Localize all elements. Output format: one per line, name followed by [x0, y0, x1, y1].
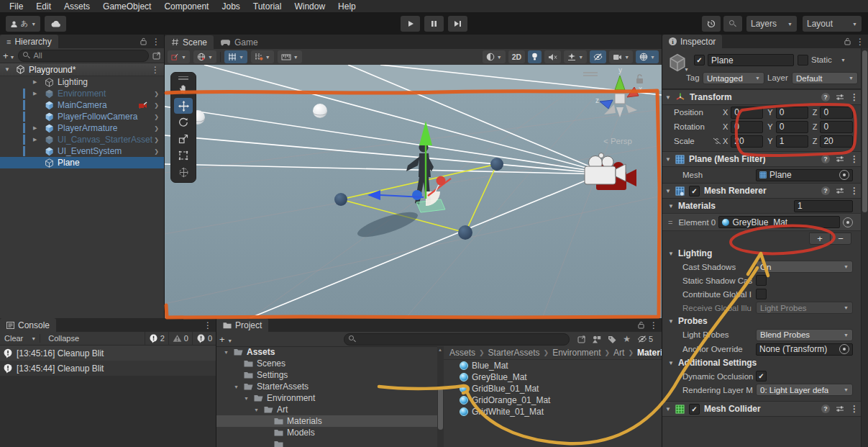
scene-foldout-icon[interactable]: ▼	[4, 66, 10, 73]
project-menu-icon[interactable]: ⋮	[649, 321, 658, 330]
open-window-icon[interactable]	[152, 52, 161, 60]
link-constraint-icon[interactable]	[713, 137, 721, 145]
snap-increment-dropdown[interactable]: ▼	[251, 50, 274, 63]
mesh-object-field[interactable]: Plane	[756, 169, 853, 181]
lock-icon[interactable]	[638, 321, 644, 329]
hierarchy-item-lighting[interactable]: ▶ Lighting	[0, 76, 164, 88]
cloud-button[interactable]	[45, 16, 66, 32]
hierarchy-menu-icon[interactable]: ⋮	[152, 37, 160, 46]
scene-visibility-toggle[interactable]	[590, 50, 606, 63]
perspective-label[interactable]: < Persp	[603, 137, 632, 145]
prefab-arrow-icon[interactable]: ❯	[154, 91, 159, 97]
position-z-field[interactable]: 0	[820, 107, 853, 119]
transform-header[interactable]: ▼ Transform ? ⋮	[662, 89, 862, 105]
help-icon[interactable]: ?	[821, 93, 830, 101]
component-menu-icon[interactable]: ⋮	[850, 405, 859, 413]
expander-icon[interactable]: ▶	[33, 125, 37, 131]
move-tool-button[interactable]	[174, 98, 193, 114]
foldout-icon[interactable]: ▼	[665, 156, 671, 163]
dynamic-occlusion-checkbox[interactable]: ✓	[756, 371, 767, 381]
scene-effects-dropdown[interactable]: ▼	[564, 50, 587, 63]
search-button[interactable]	[723, 16, 742, 32]
breadcrumb-starterassets[interactable]: StarterAssets	[488, 348, 540, 358]
file-item-gridorangemat[interactable]: GridOrange_01_Mat	[444, 394, 662, 406]
add-material-button[interactable]: +	[810, 233, 830, 244]
2d-toggle-button[interactable]: 2D	[508, 50, 525, 63]
static-shadow-checkbox[interactable]	[756, 275, 767, 286]
hierarchy-item-playerfollowcamera[interactable]: PlayerFollowCamera ❯	[0, 111, 164, 122]
static-caret-icon[interactable]: ▼	[841, 58, 846, 63]
breadcrumb-assets[interactable]: Assets	[449, 348, 475, 358]
remove-material-button[interactable]: −	[830, 233, 851, 244]
rotation-x-field[interactable]: 0	[731, 121, 763, 133]
help-icon[interactable]: ?	[821, 405, 830, 413]
tab-inspector[interactable]: i Inspector	[662, 35, 722, 48]
contribute-gi-checkbox[interactable]	[756, 289, 767, 299]
breadcrumb-environment[interactable]: Environment	[552, 348, 600, 358]
tree-item-scenes[interactable]: Scenes	[216, 358, 437, 369]
menu-edit[interactable]: Edit	[29, 1, 58, 12]
tab-game[interactable]: Game	[214, 35, 265, 49]
file-item-gridwhitemat[interactable]: GridWhite_01_Mat	[444, 406, 662, 417]
gizmo-cube[interactable]	[615, 94, 625, 104]
menu-tutorial[interactable]: Tutorial	[247, 1, 288, 12]
hierarchy-scene-row[interactable]: ▼ Playground* ⋮	[0, 63, 164, 76]
hidden-packages-toggle[interactable]: 5	[637, 335, 653, 343]
play-button[interactable]	[401, 16, 420, 32]
hierarchy-item-playerarmature[interactable]: ▶ PlayerArmature ❯	[0, 122, 164, 134]
tree-item-environment[interactable]: ▼ Environment	[216, 392, 437, 404]
tab-console[interactable]: Console	[0, 318, 56, 332]
tree-item-art[interactable]: ▼ Art	[216, 404, 437, 415]
scene-audio-toggle[interactable]	[544, 50, 561, 63]
console-log-entry[interactable]: [13:45:16] Cleanup Blit	[0, 346, 216, 361]
probes-section-header[interactable]: ▼ Probes	[662, 315, 862, 328]
grid-visibility-button[interactable]: ▼	[224, 50, 247, 63]
additional-settings-header[interactable]: ▼ Additional Settings	[662, 356, 862, 369]
expander-icon[interactable]: ▶	[33, 79, 37, 85]
scrollbar-thumb[interactable]	[438, 388, 443, 430]
tree-item-settings[interactable]: Settings	[216, 369, 437, 381]
prefab-arrow-icon[interactable]: ❯	[154, 102, 159, 109]
menu-component[interactable]: Component	[157, 1, 215, 12]
expander-icon[interactable]: ▶	[33, 137, 37, 143]
name-field[interactable]: Plane	[708, 54, 794, 66]
open-window-icon[interactable]	[577, 335, 586, 343]
receive-gi-dropdown[interactable]: Light Probes▼	[756, 302, 853, 314]
material-element-row[interactable]: = Element 0 GreyBlue_Mat	[662, 213, 862, 231]
scene-menu-icon[interactable]: ⋮	[151, 66, 160, 74]
hand-tool-button[interactable]	[174, 81, 193, 97]
snap-settings-dropdown[interactable]: ▼	[278, 50, 302, 63]
light-probes-dropdown[interactable]: Blend Probes▼	[756, 329, 853, 341]
file-item-greybluemat[interactable]: GreyBlue_Mat	[444, 371, 662, 383]
undo-history-button[interactable]	[702, 16, 721, 32]
error-count-toggle[interactable]: 0	[192, 332, 216, 345]
menu-help[interactable]: Help	[332, 1, 362, 12]
materials-count-field[interactable]: 1	[794, 200, 853, 212]
menu-file[interactable]: File	[3, 1, 29, 12]
layout-dropdown[interactable]: Layout ▼	[803, 16, 862, 32]
menu-window[interactable]: Window	[288, 1, 332, 12]
clear-caret-icon[interactable]: ▼	[31, 336, 36, 341]
expander-icon[interactable]: ▼	[234, 384, 239, 389]
favorites-star-icon[interactable]: ★	[623, 334, 631, 344]
component-menu-icon[interactable]: ⋮	[850, 186, 859, 195]
lighting-section-header[interactable]: ▼ Lighting	[662, 247, 862, 260]
tab-scene[interactable]: Scene	[165, 35, 214, 49]
anchor-override-field[interactable]: None (Transform)	[756, 343, 853, 356]
expander-icon[interactable]: ▼	[254, 407, 259, 412]
prefab-arrow-icon[interactable]: ❯	[154, 114, 159, 120]
lock-icon[interactable]	[140, 37, 147, 45]
foldout-icon[interactable]: ▼	[665, 406, 671, 412]
file-item-gridbluemat[interactable]: GridBlue_01_Mat	[444, 383, 662, 394]
mesh-collider-header[interactable]: ▼ ✓ Mesh Collider ? ⋮	[662, 401, 862, 417]
project-add-button[interactable]: + ▼	[219, 334, 232, 345]
scrollbar-thumb[interactable]	[862, 50, 867, 212]
tree-item-models[interactable]: Models	[216, 427, 437, 438]
search-by-label-icon[interactable]	[608, 335, 616, 343]
menu-gameobject[interactable]: GameObject	[96, 1, 157, 12]
mesh-renderer-header[interactable]: ▼ ✓ Mesh Renderer ? ⋮	[662, 183, 862, 199]
menu-assets[interactable]: Assets	[58, 1, 96, 12]
active-checkbox[interactable]: ✓	[694, 55, 705, 66]
hierarchy-item-plane[interactable]: Plane	[0, 157, 164, 168]
component-menu-icon[interactable]: ⋮	[850, 93, 859, 101]
